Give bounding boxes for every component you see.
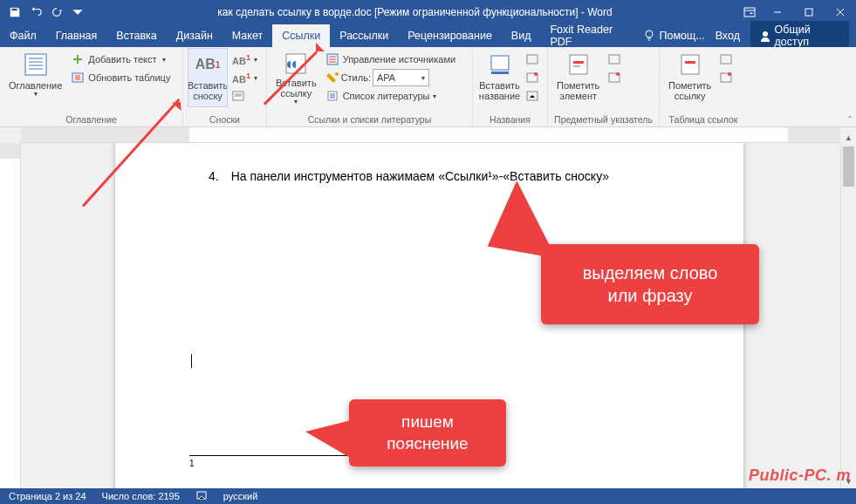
svg-rect-19 bbox=[573, 65, 580, 67]
svg-rect-25 bbox=[721, 55, 731, 64]
next-footnote-button[interactable]: AB1▾ bbox=[229, 69, 261, 86]
share-button[interactable]: Общий доступ bbox=[750, 21, 849, 51]
window-title: как сделать ссылку в ворде.doc [Режим ог… bbox=[92, 6, 737, 18]
vertical-scrollbar[interactable]: ▲ ▼ bbox=[840, 143, 856, 488]
svg-rect-18 bbox=[573, 61, 584, 64]
svg-point-22 bbox=[616, 72, 620, 76]
svg-rect-0 bbox=[744, 8, 755, 17]
mark-entry-button[interactable]: Пометить элемент bbox=[553, 49, 603, 106]
quick-access-toolbar bbox=[0, 3, 92, 22]
mark-citation-button[interactable]: Пометить ссылку bbox=[665, 49, 715, 106]
svg-point-9 bbox=[335, 72, 339, 76]
tab-references[interactable]: Ссылки bbox=[272, 24, 330, 47]
tab-mailings[interactable]: Рассылки bbox=[330, 24, 398, 47]
callout-tail bbox=[305, 419, 358, 462]
tab-layout[interactable]: Макет bbox=[223, 24, 272, 47]
insert-tof-button[interactable] bbox=[523, 51, 542, 68]
mark-citation-icon bbox=[676, 51, 704, 78]
save-button[interactable] bbox=[5, 3, 24, 22]
update-tof-button[interactable] bbox=[523, 69, 542, 86]
svg-rect-24 bbox=[685, 61, 695, 64]
insert-footnote-button[interactable]: AB1 Вставить сноску bbox=[188, 49, 227, 106]
notes-icon bbox=[232, 90, 244, 102]
group-toc: Оглавление▾ Добавить текст▾ Обновить таб… bbox=[0, 47, 183, 126]
ribbon-tabs: Файл Главная Вставка Дизайн Макет Ссылки… bbox=[0, 24, 856, 47]
signin-button[interactable]: Вход bbox=[716, 30, 740, 42]
insert-toa-button[interactable] bbox=[716, 51, 736, 68]
svg-rect-1 bbox=[805, 9, 812, 16]
svg-rect-11 bbox=[491, 56, 509, 70]
tell-me-label: Помощ... bbox=[659, 30, 704, 42]
update-table-button[interactable]: Обновить таблицу bbox=[67, 69, 174, 86]
style-icon bbox=[325, 71, 339, 85]
tell-me-button[interactable]: Помощ... bbox=[643, 30, 704, 42]
insert-toa-icon bbox=[720, 53, 732, 65]
scroll-up-button[interactable]: ▲ bbox=[841, 131, 856, 145]
svg-point-3 bbox=[763, 31, 768, 37]
toc-button[interactable]: Оглавление▾ bbox=[5, 49, 65, 106]
add-text-button[interactable]: Добавить текст▾ bbox=[67, 51, 174, 68]
insert-caption-button[interactable]: Вставить название bbox=[478, 49, 521, 106]
update-toa-icon bbox=[720, 72, 732, 84]
show-notes-button[interactable] bbox=[229, 87, 261, 105]
redo-icon bbox=[51, 6, 63, 18]
list-item: 4. На панели инструментов нажимаем «Ссыл… bbox=[189, 169, 669, 183]
callout-write-note: пишем пояснение bbox=[349, 399, 506, 467]
tab-insert[interactable]: Вставка bbox=[106, 24, 166, 47]
save-icon bbox=[9, 6, 21, 18]
update-index-button[interactable] bbox=[605, 69, 624, 86]
tab-home[interactable]: Главная bbox=[46, 24, 107, 47]
redo-button[interactable] bbox=[47, 3, 66, 22]
tab-foxit[interactable]: Foxit Reader PDF bbox=[540, 24, 643, 47]
update-toa-button[interactable] bbox=[716, 69, 736, 86]
group-captions-label: Названия bbox=[478, 114, 542, 126]
scrollbar-thumb[interactable] bbox=[843, 146, 854, 187]
insert-index-icon bbox=[608, 53, 620, 65]
vertical-ruler[interactable] bbox=[0, 143, 21, 488]
group-toa: Пометить ссылку Таблица ссылок bbox=[660, 47, 747, 126]
manage-sources-button[interactable]: Управление источниками bbox=[322, 51, 459, 68]
citation-style-button[interactable]: Стиль:APA▾ bbox=[322, 69, 459, 86]
svg-rect-23 bbox=[681, 55, 699, 74]
status-words[interactable]: Число слов: 2195 bbox=[102, 491, 180, 501]
ribbon-options-button[interactable] bbox=[737, 5, 762, 19]
maximize-icon bbox=[805, 8, 813, 17]
group-captions: Вставить название Названия bbox=[473, 47, 548, 126]
undo-button[interactable] bbox=[26, 3, 45, 22]
update-index-icon bbox=[608, 72, 620, 84]
footnote-icon: AB1 bbox=[194, 51, 222, 78]
mark-entry-icon bbox=[565, 51, 592, 78]
svg-rect-20 bbox=[609, 55, 620, 64]
group-citations-label: Ссылки и списки литературы bbox=[272, 114, 467, 126]
bibliography-button[interactable]: Список литературы▾ bbox=[322, 87, 459, 105]
tab-file[interactable]: Файл bbox=[0, 24, 46, 47]
status-page[interactable]: Страница 2 из 24 bbox=[9, 491, 86, 501]
share-label: Общий доступ bbox=[775, 24, 840, 48]
ribbon: Оглавление▾ Добавить текст▾ Обновить таб… bbox=[0, 47, 856, 127]
insert-index-button[interactable] bbox=[605, 51, 624, 68]
text-cursor bbox=[191, 354, 669, 368]
collapse-ribbon-button[interactable]: ⌃ bbox=[846, 114, 853, 124]
svg-rect-17 bbox=[570, 55, 587, 74]
ribbon-display-icon bbox=[743, 5, 757, 19]
update-icon bbox=[71, 71, 85, 85]
group-citations: Вставить ссылку▾ Управление источниками … bbox=[267, 47, 473, 126]
add-text-icon bbox=[71, 52, 85, 66]
cross-ref-button[interactable] bbox=[523, 87, 542, 105]
tab-design[interactable]: Дизайн bbox=[167, 24, 223, 47]
svg-rect-13 bbox=[527, 55, 538, 64]
list-text: На панели инструментов нажимаем «Ссылки¹… bbox=[231, 169, 609, 183]
svg-point-15 bbox=[534, 72, 538, 76]
style-select[interactable]: APA▾ bbox=[373, 69, 429, 86]
svg-point-2 bbox=[646, 31, 653, 37]
status-language[interactable]: русский bbox=[223, 491, 257, 501]
group-footnotes: AB1 Вставить сноску AB1▾ AB1▾ Сноски bbox=[183, 47, 267, 126]
insert-endnote-button[interactable]: AB1▾ bbox=[229, 51, 261, 68]
manage-sources-icon bbox=[325, 52, 339, 66]
tab-view[interactable]: Вид bbox=[502, 24, 541, 47]
status-proofing-icon[interactable] bbox=[195, 489, 208, 503]
group-toa-label: Таблица ссылок bbox=[665, 114, 742, 126]
watermark: Public-PC. m bbox=[749, 467, 851, 485]
qat-customize-button[interactable] bbox=[68, 3, 87, 22]
tab-review[interactable]: Рецензирование bbox=[398, 24, 502, 47]
